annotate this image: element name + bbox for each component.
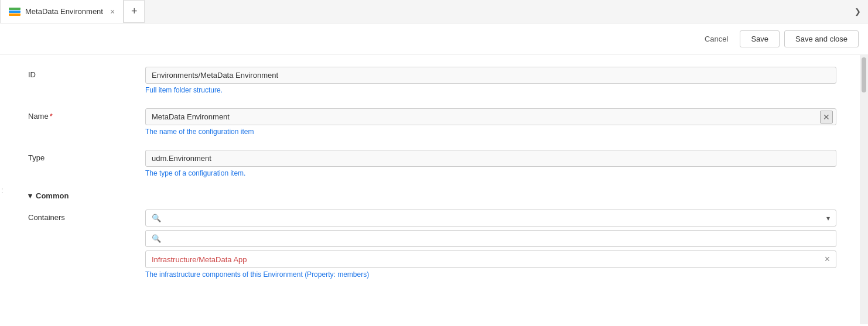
dropdown-arrow-icon: ▾ <box>826 214 830 222</box>
search-inner-icon: 🔍 <box>152 234 161 243</box>
name-input[interactable] <box>145 108 836 125</box>
containers-tag-value: Infrastructure/MetaData App <box>152 255 821 264</box>
type-row: Type The type of a configuration item. <box>28 150 836 177</box>
name-label: Name* <box>28 108 145 121</box>
containers-search-box: 🔍 <box>145 230 836 247</box>
toolbar: Cancel Save Save and close <box>0 23 868 55</box>
section-label: Common <box>36 191 69 200</box>
scrollbar[interactable] <box>860 55 868 324</box>
name-field: ✕ The name of the configuration item <box>145 108 836 136</box>
search-icon: 🔍 <box>152 214 161 222</box>
containers-tag-remove-button[interactable]: × <box>825 254 830 265</box>
chevron-down-icon: ▾ <box>28 191 32 200</box>
expand-button[interactable]: ❯ <box>847 0 868 23</box>
save-button[interactable]: Save <box>740 30 780 47</box>
id-field: Full item folder structure. <box>145 67 836 94</box>
containers-tag: Infrastructure/MetaData App × <box>145 250 836 268</box>
name-input-wrapper: ✕ <box>145 108 836 125</box>
new-tab-button[interactable]: + <box>124 0 145 23</box>
chevron-right-icon: ❯ <box>855 7 861 16</box>
tab-label: MetaData Environment <box>25 7 103 16</box>
scrollbar-thumb[interactable] <box>862 57 866 92</box>
tab-close-button[interactable]: × <box>110 7 115 16</box>
main-layout: ⋮ ID Full item folder structure. Name* ✕… <box>0 55 868 324</box>
common-section-toggle[interactable]: ▾ Common <box>28 191 836 200</box>
save-and-close-button[interactable]: Save and close <box>784 30 859 47</box>
name-clear-button[interactable]: ✕ <box>820 111 833 123</box>
type-label: Type <box>28 150 145 162</box>
name-row: Name* ✕ The name of the configuration it… <box>28 108 836 136</box>
containers-dropdown[interactable]: 🔍 ▾ <box>145 210 836 227</box>
containers-field: 🔍 ▾ 🔍 Infrastructure/MetaData App × The … <box>145 210 836 279</box>
id-input[interactable] <box>145 67 836 84</box>
active-tab[interactable]: MetaData Environment × <box>0 0 124 23</box>
name-hint: The name of the configuration item <box>145 128 836 136</box>
form-area: ID Full item folder structure. Name* ✕ T… <box>5 55 860 324</box>
containers-row: Containers 🔍 ▾ 🔍 Infrastructure/MetaData… <box>28 210 836 279</box>
required-marker: * <box>50 112 53 121</box>
id-hint: Full item folder structure. <box>145 86 836 94</box>
tab-icon <box>9 8 20 16</box>
tab-bar: MetaData Environment × + ❯ <box>0 0 868 23</box>
svg-rect-2 <box>9 13 20 16</box>
cancel-button[interactable]: Cancel <box>698 31 735 47</box>
type-input[interactable] <box>145 150 836 167</box>
containers-hint: The infrastructure components of this En… <box>145 270 836 279</box>
type-hint: The type of a configuration item. <box>145 169 836 177</box>
svg-rect-1 <box>9 11 20 13</box>
type-field: The type of a configuration item. <box>145 150 836 177</box>
containers-search-input[interactable] <box>165 234 830 243</box>
drag-handle[interactable]: ⋮ <box>0 55 5 324</box>
id-label: ID <box>28 67 145 79</box>
id-row: ID Full item folder structure. <box>28 67 836 94</box>
containers-label: Containers <box>28 210 145 222</box>
svg-rect-0 <box>9 8 20 10</box>
